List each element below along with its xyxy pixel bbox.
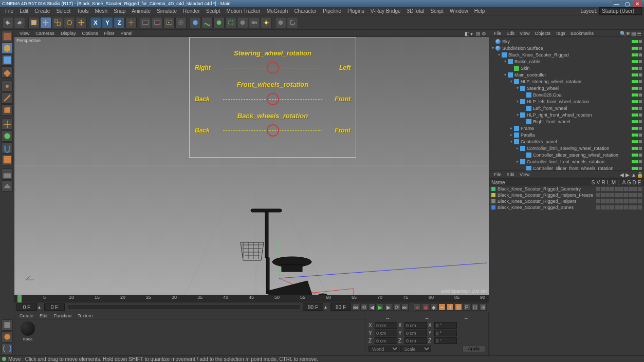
om-menu-edit[interactable]: Edit: [504, 31, 518, 36]
om-filter-icon[interactable]: ▤: [631, 31, 636, 36]
expand-toggle[interactable]: ▾: [515, 86, 520, 90]
hierarchy-tags[interactable]: [632, 127, 643, 130]
layer-color-swatch[interactable]: [491, 187, 495, 191]
layout-dropdown[interactable]: Startup (User): [599, 7, 642, 15]
om-eye-icon[interactable]: 👁: [625, 31, 631, 36]
expand-toggle[interactable]: ▸: [515, 159, 520, 164]
coord-sy[interactable]: [404, 330, 427, 336]
time-duration-field[interactable]: [303, 303, 323, 311]
layer-row[interactable]: Black_Knee_Scooter_Rigged_Geometry: [489, 186, 644, 192]
render-settings-button[interactable]: [175, 17, 187, 28]
layer-flag[interactable]: [610, 199, 614, 203]
add-camera-button[interactable]: [249, 17, 260, 28]
om-menu-icon[interactable]: ☰: [637, 31, 642, 36]
hierarchy-tags[interactable]: [632, 160, 643, 163]
rotate-tool[interactable]: [64, 17, 75, 28]
expand-toggle[interactable]: ▾: [509, 139, 513, 144]
vp-menu-view[interactable]: View: [16, 31, 32, 36]
hierarchy-row[interactable]: ▾ Steering_wheel: [490, 85, 643, 91]
playhead[interactable]: [17, 295, 22, 302]
vp-menu-options[interactable]: Options: [79, 31, 101, 36]
hierarchy-tags[interactable]: [632, 113, 643, 117]
menu-sculpt[interactable]: Sculpt: [203, 8, 224, 14]
tweak-button[interactable]: [2, 331, 13, 342]
record-button[interactable]: ●: [414, 303, 421, 311]
mat-menu-function[interactable]: Function: [51, 313, 75, 318]
expand-toggle[interactable]: ▾: [515, 99, 520, 104]
enable-axis-button[interactable]: [2, 119, 13, 130]
frontwheels-handle[interactable]: [267, 93, 279, 105]
hierarchy-tags[interactable]: [632, 120, 643, 123]
hierarchy-tags[interactable]: [632, 147, 643, 150]
hierarchy-row[interactable]: ▾ Main_controller: [490, 71, 643, 78]
maximize-button[interactable]: ▢: [622, 1, 632, 7]
layer-flag[interactable]: [601, 205, 605, 209]
expand-toggle[interactable]: [521, 119, 526, 124]
menu-simulate[interactable]: Simulate: [154, 8, 180, 14]
menu-3dtotal[interactable]: 3DTotal: [404, 8, 428, 14]
key-all-button[interactable]: ⊞: [480, 303, 487, 311]
layer-flag[interactable]: [629, 205, 633, 209]
attr-back-icon[interactable]: ◀: [620, 172, 625, 177]
keyframe-sel-button[interactable]: ◆: [430, 303, 437, 311]
add-light-button[interactable]: [261, 17, 272, 28]
layer-flag[interactable]: [624, 187, 628, 191]
layer-flag[interactable]: [601, 193, 605, 197]
menu-script[interactable]: Script: [428, 8, 447, 14]
layer-flag[interactable]: [615, 205, 619, 209]
render-view-button[interactable]: [140, 17, 151, 28]
hierarchy-row[interactable]: ▾ Controllers_panel: [490, 138, 643, 145]
coord-rx[interactable]: [434, 322, 457, 329]
key-pla-button[interactable]: ⊡: [471, 303, 479, 311]
vp-menu-cameras[interactable]: Cameras: [32, 31, 58, 36]
hierarchy-row[interactable]: Skin: [490, 65, 643, 71]
steering-slider[interactable]: Right Left: [195, 59, 351, 77]
layer-flag[interactable]: [619, 199, 623, 203]
attr-menu-edit[interactable]: Edit: [504, 172, 518, 177]
layer-flag[interactable]: [601, 187, 605, 191]
vp-icon-3[interactable]: ⊞: [476, 31, 481, 36]
layer-color-swatch[interactable]: [491, 193, 495, 197]
hierarchy-row[interactable]: Bone028.Goal: [490, 91, 643, 98]
layer-flag[interactable]: [615, 193, 619, 197]
menu-mograph[interactable]: MoGraph: [264, 8, 291, 14]
hierarchy-row[interactable]: ▾ HLP_left_front_wheel_rotation: [490, 98, 643, 105]
planar-workplane-button[interactable]: [2, 180, 13, 192]
layer-flag[interactable]: [629, 187, 633, 191]
expand-toggle[interactable]: ▸: [509, 132, 513, 137]
backwheels-handle[interactable]: [267, 124, 279, 137]
vp-icon-2[interactable]: ▾: [470, 31, 475, 36]
point-mode-button[interactable]: [2, 81, 13, 92]
layer-flag[interactable]: [610, 193, 614, 197]
vp-menu-panel[interactable]: Panel: [117, 31, 135, 36]
frontwheels-slider[interactable]: Back Front: [195, 90, 351, 108]
hierarchy-row[interactable]: ▾ HLP_steering_wheel_rotation: [490, 78, 643, 85]
layer-flag[interactable]: [624, 205, 628, 209]
coord-sx[interactable]: [404, 322, 427, 329]
time-current-field[interactable]: [44, 303, 65, 311]
hierarchy-tags[interactable]: [632, 67, 643, 70]
coord-px[interactable]: [375, 322, 397, 329]
layer-flag[interactable]: [596, 193, 600, 197]
edge-mode-button[interactable]: [2, 92, 13, 104]
hierarchy-row[interactable]: Sky: [490, 38, 643, 45]
render-region-button[interactable]: [152, 17, 163, 28]
expand-toggle[interactable]: [490, 39, 495, 44]
hierarchy-row[interactable]: ▾ HLP_right_front_wheel_rotation: [490, 111, 643, 118]
step-fwd-button[interactable]: ▶: [385, 303, 392, 311]
vp-icon-1[interactable]: ◧: [465, 31, 470, 36]
om-menu-file[interactable]: File: [491, 31, 504, 36]
hierarchy-tags[interactable]: [632, 140, 643, 143]
layer-flag[interactable]: [605, 187, 610, 191]
viewport-solo-button[interactable]: [2, 130, 13, 142]
layer-flag[interactable]: [633, 193, 637, 197]
add-cube-button[interactable]: [190, 17, 201, 28]
layer-flag[interactable]: [596, 205, 600, 209]
menu-help[interactable]: Help: [471, 8, 488, 14]
expand-toggle[interactable]: ▸: [509, 126, 513, 130]
time-dur-spinner[interactable]: ▴: [324, 304, 329, 310]
expand-toggle[interactable]: ▾: [503, 72, 507, 77]
hierarchy-row[interactable]: ▸ Controller_limit_steering_wheel_rotati…: [490, 145, 643, 151]
mat-menu-texture[interactable]: Texture: [75, 313, 96, 318]
backwheels-slider[interactable]: Back Front: [195, 122, 351, 139]
